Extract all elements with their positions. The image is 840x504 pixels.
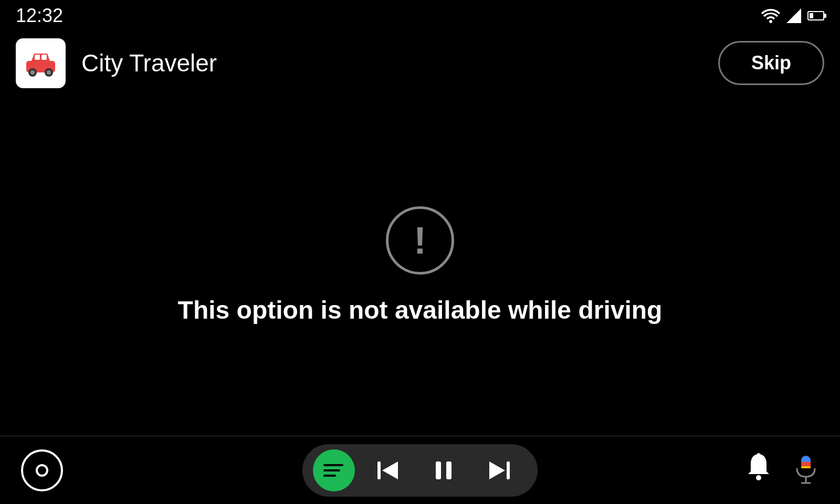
status-bar: 12:32	[0, 0, 840, 32]
skip-next-button[interactable]	[477, 452, 522, 489]
warning-circle: !	[386, 206, 454, 275]
status-icons	[761, 8, 824, 23]
svg-point-5	[30, 70, 35, 75]
svg-marker-13	[489, 461, 505, 479]
svg-rect-8	[377, 461, 381, 479]
home-button[interactable]	[21, 449, 63, 491]
media-controls	[302, 444, 538, 497]
mic-icon	[793, 455, 819, 486]
svg-rect-11	[446, 461, 452, 479]
exclamation-icon: !	[414, 222, 426, 259]
svg-point-7	[47, 70, 51, 75]
svg-point-14	[756, 475, 761, 480]
spotify-icon	[323, 464, 344, 477]
status-time: 12:32	[16, 5, 63, 27]
svg-marker-9	[382, 461, 398, 479]
app-info: City Traveler	[16, 38, 217, 88]
app-header: City Traveler Skip	[0, 32, 840, 94]
spotify-button[interactable]	[313, 449, 355, 491]
app-icon-wrapper	[16, 38, 66, 88]
skip-button[interactable]: Skip	[718, 41, 824, 85]
pause-button[interactable]	[421, 452, 466, 489]
car-icon	[24, 46, 58, 80]
pause-icon	[430, 457, 457, 484]
bell-icon	[746, 453, 772, 482]
svg-marker-0	[786, 8, 801, 23]
battery-icon	[807, 11, 824, 20]
svg-rect-18	[801, 466, 811, 468]
mic-button[interactable]	[793, 455, 819, 486]
skip-next-icon	[486, 457, 512, 484]
signal-icon	[786, 8, 801, 23]
svg-rect-12	[507, 461, 510, 479]
skip-prev-icon	[375, 457, 401, 484]
main-content: ! This option is not available while dri…	[0, 94, 840, 436]
svg-rect-10	[436, 461, 441, 479]
bell-button[interactable]	[746, 453, 772, 487]
skip-previous-button[interactable]	[365, 452, 411, 489]
home-dot-icon	[36, 464, 48, 477]
warning-message: This option is not available while drivi…	[178, 296, 663, 324]
svg-rect-2	[35, 55, 40, 60]
svg-rect-15	[757, 453, 760, 456]
right-icons	[746, 453, 819, 487]
app-title: City Traveler	[81, 49, 217, 77]
bottom-bar	[0, 436, 840, 504]
svg-rect-3	[41, 55, 47, 60]
wifi-icon	[761, 8, 780, 23]
